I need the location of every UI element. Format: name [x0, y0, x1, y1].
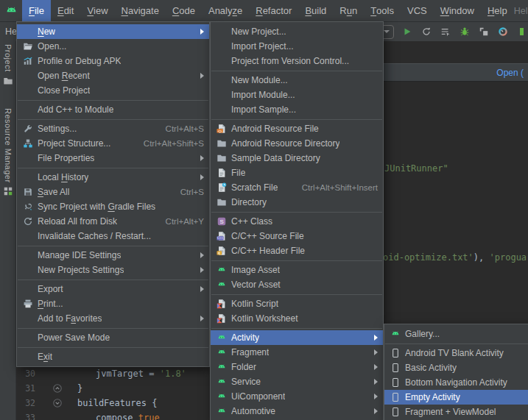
code-segment: jvmTarget = — [96, 369, 160, 379]
menu-item-empty-activity[interactable]: Empty Activity — [384, 390, 528, 405]
menubar-item-run[interactable]: Run — [333, 0, 364, 21]
menu-item-close-project[interactable]: Close Project — [17, 83, 209, 98]
menu-item-save-all[interactable]: Save AllCtrl+S — [17, 185, 209, 199]
banner-open-link[interactable]: Open ( — [496, 68, 528, 78]
code-segment: oid-optimize.txt' — [383, 252, 474, 263]
menu-item-vector-asset[interactable]: Vector Asset — [211, 277, 383, 292]
menu-item-icon-slot — [21, 26, 34, 38]
menu-item-label: Kotlin Worksheet — [231, 313, 298, 324]
menu-item-kotlin-worksheet[interactable]: Kotlin Worksheet — [211, 311, 383, 326]
submenu-arrow-icon — [200, 174, 204, 180]
menu-item-open[interactable]: Open... — [17, 39, 209, 54]
menu-item-project-structure[interactable]: Project Structure...Ctrl+Alt+Shift+S — [17, 136, 209, 151]
menu-item-file[interactable]: File — [211, 165, 383, 180]
menu-item-import-sample[interactable]: Import Sample... — [211, 102, 383, 117]
menu-item-project-from-version-control[interactable]: Project from Version Control... — [211, 54, 383, 68]
menu-item-sample-data-directory[interactable]: Sample Data Directory — [211, 151, 383, 165]
menubar-item-view[interactable]: View — [80, 0, 114, 21]
device-edge-button[interactable] — [515, 26, 528, 38]
menu-item-import-project[interactable]: Import Project... — [211, 39, 383, 54]
menubar-item-edit[interactable]: Edit — [51, 0, 80, 21]
menu-item-manage-ide-settings[interactable]: Manage IDE Settings — [17, 248, 209, 263]
menu-item-file-properties[interactable]: File Properties — [17, 151, 209, 165]
menu-item-profile-or-debug-apk[interactable]: Profile or Debug APK — [17, 54, 209, 68]
menu-item-new-projects-settings[interactable]: New Projects Settings — [17, 263, 209, 277]
menu-item-gallery[interactable]: Gallery... — [384, 327, 528, 341]
menu-item-folder[interactable]: Folder — [211, 360, 383, 374]
menubar-item-refactor[interactable]: Refactor — [249, 0, 298, 21]
menubar-item-build[interactable]: Build — [298, 0, 333, 21]
menu-item-new-module[interactable]: New Module... — [211, 73, 383, 88]
menu-item-uicomponent[interactable]: UiComponent — [211, 389, 383, 404]
menu-item-reload-all-from-disk[interactable]: Reload All from DiskCtrl+Alt+Y — [17, 214, 209, 229]
menu-item-label: UiComponent — [231, 391, 285, 402]
menu-item-activity[interactable]: Activity — [211, 330, 383, 345]
fold-marker[interactable] — [52, 398, 63, 408]
menu-item-label: File — [231, 168, 245, 178]
menubar-item-navigate[interactable]: Navigate — [115, 0, 166, 21]
menu-item-service[interactable]: Service — [211, 374, 383, 389]
menu-item-settings[interactable]: Settings...Ctrl+Alt+S — [17, 121, 209, 136]
menu-item-new[interactable]: New — [17, 24, 209, 39]
menu-item-scratch-file[interactable]: Scratch FileCtrl+Alt+Shift+Insert — [211, 180, 383, 195]
svg-text:<>: <> — [217, 129, 222, 133]
menu-item-new-project[interactable]: New Project... — [211, 24, 383, 39]
menu-item-invalidate-caches-restart[interactable]: Invalidate Caches / Restart... — [17, 229, 209, 243]
menu-item-fragment[interactable]: Fragment — [211, 345, 383, 360]
reload-icon — [23, 216, 33, 227]
menu-item-image-asset[interactable]: Image Asset — [211, 263, 383, 277]
profile-restart-button[interactable] — [420, 26, 432, 38]
menu-item-label: Fragment — [231, 347, 269, 357]
submenu-arrow-icon — [374, 364, 378, 370]
menu-item-automotive[interactable]: Automotive — [211, 404, 383, 419]
menu-item-basic-activity[interactable]: Basic Activity — [384, 360, 528, 375]
floppy-icon — [23, 187, 33, 197]
menu-item-open-recent[interactable]: Open Recent — [17, 68, 209, 83]
menu-item-add-to-favorites[interactable]: Add to Favorites — [17, 311, 209, 326]
menu-item-c-c-source-file[interactable]: C++C/C++ Source File — [211, 229, 383, 243]
menu-item-c-class[interactable]: SC++ Class — [211, 214, 383, 229]
menu-item-label: Sync Project with Gradle Files — [38, 202, 155, 212]
android-icon — [217, 377, 227, 387]
menubar-item-analyze[interactable]: Analyze — [202, 0, 249, 21]
profiler-button[interactable] — [496, 26, 509, 38]
menu-item-kotlin-script[interactable]: Kotlin Script — [211, 296, 383, 311]
activity-template-icon — [390, 363, 401, 373]
fold-marker[interactable] — [52, 383, 63, 394]
tool-window-tab-resource-manager[interactable]: Resource Manager — [3, 108, 13, 197]
menu-item-export[interactable]: Export — [17, 282, 209, 296]
play-button[interactable] — [401, 26, 413, 38]
menubar-item-tools[interactable]: Tools — [364, 0, 401, 21]
menu-item-bottom-navigation-activity[interactable]: Bottom Navigation Activity — [384, 375, 528, 390]
code-text: } — [77, 381, 82, 396]
menu-item-fragment-viewmodel[interactable]: Fragment + ViewModel — [384, 405, 528, 419]
menu-item-local-history[interactable]: Local History — [17, 170, 209, 185]
menu-item-c-c-header-file[interactable]: HC/C++ Header File — [211, 243, 383, 258]
menu-item-power-save-mode[interactable]: Power Save Mode — [17, 330, 209, 345]
menubar-item-window[interactable]: Window — [434, 0, 481, 21]
menu-item-print[interactable]: Print... — [17, 296, 209, 311]
menu-separator — [18, 168, 208, 168]
debug-bug-button[interactable] — [458, 26, 471, 38]
tool-window-tab-project[interactable]: Project — [3, 44, 13, 86]
menu-item-android-resource-directory[interactable]: Android Resource Directory — [211, 136, 383, 151]
menu-item-import-module[interactable]: Import Module... — [211, 88, 383, 102]
menu-item-directory[interactable]: Directory — [211, 195, 383, 210]
menu-item-label: Invalidate Caches / Restart... — [38, 231, 151, 241]
menubar-item-help[interactable]: Help — [481, 0, 514, 21]
menubar-item-code[interactable]: Code — [166, 0, 202, 21]
menubar-item-vcs[interactable]: VCS — [401, 0, 434, 21]
menu-item-android-resource-file[interactable]: <>Android Resource File — [211, 121, 383, 136]
menu-item-label: Export — [38, 284, 63, 294]
activity-submenu-popup: Gallery...Android TV Blank ActivityBasic… — [384, 324, 528, 420]
menu-item-android-tv-blank-activity[interactable]: Android TV Blank Activity — [384, 346, 528, 360]
attach-button[interactable] — [477, 26, 490, 38]
run-list-button[interactable] — [439, 26, 451, 38]
menu-item-exit[interactable]: Exit — [17, 349, 209, 364]
line-number: 32 — [16, 396, 35, 410]
menu-item-label: Fragment + ViewModel — [405, 407, 496, 417]
menu-item-add-c-to-module[interactable]: Add C++ to Module — [17, 102, 209, 117]
menu-item-sync-project-with-gradle-files[interactable]: Sync Project with Gradle Files — [17, 199, 209, 214]
menubar-item-file[interactable]: File — [22, 0, 51, 21]
code-segment: JUnitRunner" — [384, 163, 448, 174]
